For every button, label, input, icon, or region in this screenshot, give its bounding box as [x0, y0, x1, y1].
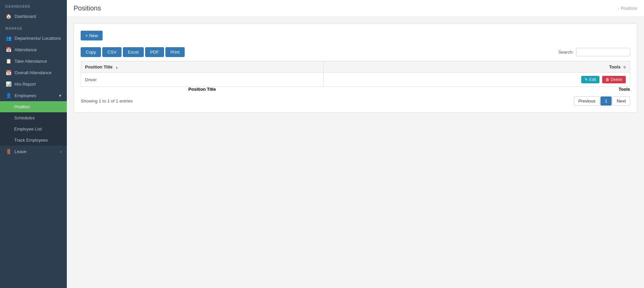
new-button-row: + New [81, 31, 630, 40]
edit-button[interactable]: ✎ Edit [581, 76, 599, 83]
csv-button[interactable]: CSV [102, 47, 122, 57]
export-search-row: Copy CSV Excel PDF Print Search: [81, 47, 630, 57]
search-label: Search: [558, 50, 573, 55]
column-tools-label: Tools [609, 64, 621, 69]
copy-button[interactable]: Copy [81, 47, 101, 57]
sidebar-item-take-attendance[interactable]: 📋 Take Attendance [0, 55, 67, 67]
take-attendance-icon: 📋 [5, 58, 11, 64]
tools-sort-icon: ⇅ [623, 65, 626, 69]
sidebar-item-hrs-report[interactable]: 📊 Hrs Report [0, 78, 67, 90]
tools-cell: ✎ Edit 🗑 Delete [323, 73, 630, 87]
sidebar: DASHBOARD 🏠 Dashboard MANAGE 👥 Departmen… [0, 0, 67, 288]
column-header-position-title[interactable]: Position Title ▲ [81, 61, 324, 73]
column-title-label: Position Title [85, 64, 112, 69]
new-button[interactable]: + New [81, 31, 103, 40]
sidebar-item-label: Overall Attendance [15, 70, 52, 75]
breadcrumb-current: Positions [621, 6, 637, 11]
next-button[interactable]: Next [612, 96, 630, 106]
chevron-right-icon: › [60, 149, 61, 154]
sidebar-item-dashboard[interactable]: 🏠 Dashboard [0, 10, 67, 22]
sidebar-item-employee-list[interactable]: Employee List [0, 123, 67, 135]
sidebar-item-label: Departments/ Locations [15, 36, 61, 41]
pagination-row: Showing 1 to 1 of 1 entries Previous 1 N… [81, 96, 630, 106]
sort-asc-icon: ▲ [115, 65, 118, 69]
sidebar-item-label: Leave [15, 149, 26, 154]
table-footer-row: Position Title Tools [81, 87, 630, 92]
delete-button[interactable]: 🗑 Delete [602, 76, 626, 83]
sidebar-item-employees[interactable]: 👤 Employees ▾ [0, 90, 67, 101]
employees-icon: 👤 [5, 93, 11, 98]
main-content: Positions › Positions + New Copy CSV Exc… [67, 0, 644, 288]
print-button[interactable]: Print [165, 47, 185, 57]
employees-submenu: Position Schedules Employee List Track E… [0, 101, 67, 146]
sidebar-section-dashboard: DASHBOARD [0, 0, 67, 10]
sidebar-item-position[interactable]: Position [0, 101, 67, 112]
sidebar-item-departments[interactable]: 👥 Departments/ Locations [0, 32, 67, 44]
sidebar-section-manage: MANAGE [0, 22, 67, 32]
sidebar-item-label: Dashboard [15, 14, 36, 19]
chevron-down-icon: ▾ [59, 93, 61, 98]
content-area: + New Copy CSV Excel PDF Print Search: [67, 17, 644, 119]
departments-icon: 👥 [5, 35, 11, 41]
position-title-cell: Driver [81, 73, 324, 87]
sidebar-item-label: Take Attendance [15, 59, 47, 64]
sidebar-item-attendance[interactable]: 📅 Attendance [0, 44, 67, 55]
breadcrumb: › Positions [618, 6, 637, 11]
sidebar-item-label: Employee List [14, 126, 42, 132]
hrs-report-icon: 📊 [5, 81, 11, 87]
search-row: Search: [558, 48, 630, 56]
sidebar-item-label: Employees [15, 93, 36, 98]
sidebar-item-leave[interactable]: 🚪 Leave › [0, 146, 67, 157]
sidebar-item-overall-attendance[interactable]: 📆 Overall Attendance [0, 67, 67, 78]
showing-info: Showing 1 to 1 of 1 entries [81, 98, 133, 104]
pagination-buttons: Previous 1 Next [574, 96, 630, 106]
page-title: Positions [74, 4, 101, 12]
previous-button[interactable]: Previous [574, 96, 600, 106]
sidebar-item-schedules[interactable]: Schedules [0, 112, 67, 123]
content-card: + New Copy CSV Excel PDF Print Search: [74, 24, 637, 113]
search-input[interactable] [576, 48, 630, 56]
main-header: Positions › Positions [67, 0, 644, 17]
overall-attendance-icon: 📆 [5, 70, 11, 75]
dashboard-icon: 🏠 [5, 13, 11, 19]
page-1-button[interactable]: 1 [600, 96, 612, 106]
sidebar-item-label: Position [14, 104, 30, 109]
sidebar-item-track-employees[interactable]: Track Employees [0, 135, 67, 146]
table-header-row: Position Title ▲ Tools ⇅ [81, 61, 630, 73]
leave-icon: 🚪 [5, 149, 11, 154]
pdf-button[interactable]: PDF [145, 47, 164, 57]
column-header-tools: Tools ⇅ [323, 61, 630, 73]
attendance-icon: 📅 [5, 47, 11, 52]
footer-tools: Tools [323, 87, 630, 92]
sidebar-item-label: Hrs Report [15, 82, 36, 87]
export-buttons: Copy CSV Excel PDF Print [81, 47, 185, 57]
sidebar-item-label: Track Employees [14, 138, 48, 143]
excel-button[interactable]: Excel [123, 47, 144, 57]
sidebar-item-label: Schedules [14, 115, 35, 120]
footer-position-title: Position Title [81, 87, 324, 92]
table-row: Driver ✎ Edit 🗑 Delete [81, 73, 630, 87]
sidebar-item-label: Attendance [15, 47, 37, 52]
breadcrumb-chevron: › [618, 6, 619, 11]
positions-table: Position Title ▲ Tools ⇅ Driver ✎ Edit [81, 61, 630, 92]
